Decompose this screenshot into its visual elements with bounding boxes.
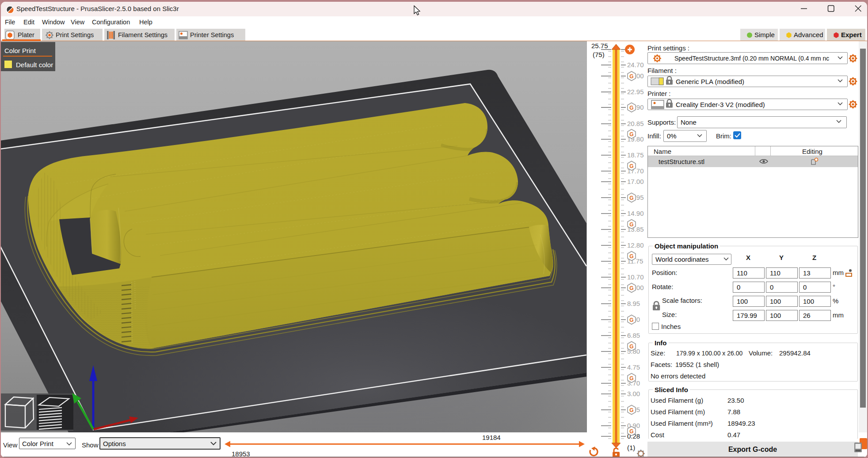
svg-text:G: G (629, 221, 633, 228)
svg-text:G: G (629, 163, 633, 169)
svg-text:G: G (629, 105, 633, 111)
svg-text:G: G (629, 73, 633, 80)
svg-text:G: G (629, 344, 633, 350)
svg-text:G: G (629, 428, 633, 435)
svg-text:G: G (629, 285, 633, 291)
svg-text:G: G (629, 375, 633, 382)
svg-text:G: G (629, 407, 633, 413)
svg-text:G: G (629, 317, 633, 323)
svg-text:G: G (629, 131, 633, 137)
svg-text:G: G (629, 195, 633, 201)
svg-text:G: G (629, 253, 633, 260)
